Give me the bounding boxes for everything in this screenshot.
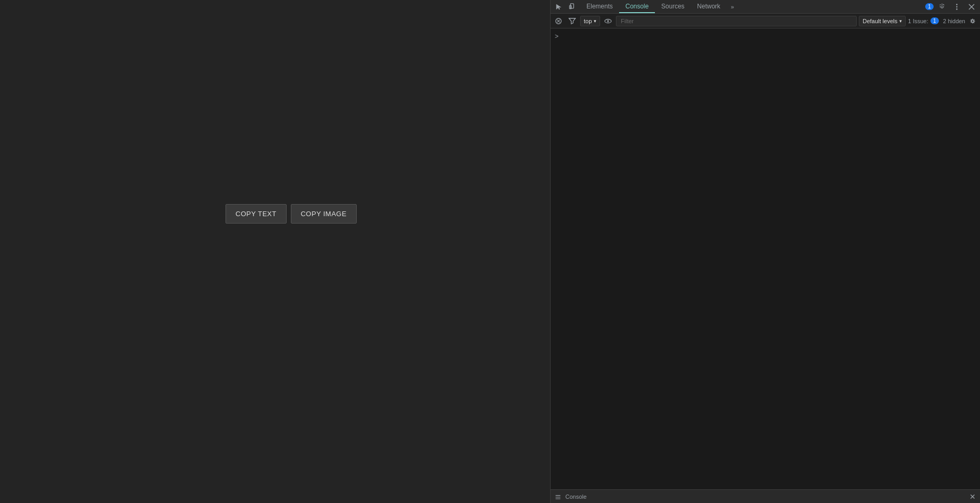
issue-label: 1 Issue: bbox=[908, 18, 928, 24]
tab-elements[interactable]: Elements bbox=[580, 0, 619, 13]
devtools-secondary-toolbar: top ▾ Default levels ▾ 1 Issue: 1 2 hidd… bbox=[551, 14, 980, 28]
more-options-icon[interactable] bbox=[950, 1, 963, 13]
tab-console[interactable]: Console bbox=[619, 0, 655, 13]
devtools-tabs: Elements Console Sources Network » bbox=[580, 0, 924, 13]
devtools-panel: Elements Console Sources Network » 1 bbox=[550, 0, 980, 503]
device-toggle-icon[interactable] bbox=[566, 1, 579, 13]
bottom-console-label: Console bbox=[565, 494, 586, 500]
log-level-label: Default levels bbox=[863, 18, 897, 24]
filter-input[interactable] bbox=[616, 16, 857, 26]
svg-rect-0 bbox=[571, 3, 574, 8]
console-content[interactable]: > bbox=[551, 28, 980, 489]
hidden-badge: 2 hidden bbox=[943, 18, 965, 24]
tab-badge: 1 bbox=[925, 3, 934, 10]
issue-badge[interactable]: 1 Issue: 1 bbox=[908, 17, 939, 24]
close-devtools-icon[interactable] bbox=[965, 1, 978, 13]
inspect-element-icon[interactable] bbox=[553, 1, 565, 13]
page-buttons: COPY TEXT COPY IMAGE bbox=[226, 204, 357, 224]
devtools-bottom-bar: Console ✕ bbox=[551, 489, 980, 503]
tab-network[interactable]: Network bbox=[691, 0, 727, 13]
devtools-toolbar: Elements Console Sources Network » 1 bbox=[551, 0, 980, 14]
svg-point-4 bbox=[956, 8, 958, 10]
settings-icon[interactable] bbox=[936, 1, 948, 13]
main-page: COPY TEXT COPY IMAGE bbox=[0, 0, 550, 503]
context-label: top bbox=[584, 18, 592, 24]
toolbar-right: 1 bbox=[925, 1, 978, 13]
context-arrow-icon: ▾ bbox=[594, 18, 596, 24]
svg-point-2 bbox=[956, 4, 958, 5]
live-expressions-icon[interactable] bbox=[602, 15, 614, 27]
more-tabs-button[interactable]: » bbox=[727, 1, 738, 13]
copy-image-button[interactable]: COPY IMAGE bbox=[291, 204, 357, 224]
copy-text-button[interactable]: COPY TEXT bbox=[226, 204, 287, 224]
svg-point-3 bbox=[956, 6, 958, 7]
close-bottom-bar-icon[interactable]: ✕ bbox=[969, 492, 976, 501]
svg-point-7 bbox=[607, 20, 610, 22]
hidden-count-label: 2 hidden bbox=[943, 18, 965, 24]
clear-console-icon[interactable] bbox=[553, 15, 564, 27]
log-level-selector[interactable]: Default levels ▾ bbox=[859, 16, 906, 26]
tab-sources[interactable]: Sources bbox=[655, 0, 691, 13]
issue-count: 1 bbox=[930, 17, 939, 24]
console-settings-icon[interactable] bbox=[967, 16, 978, 26]
bottom-menu-button[interactable] bbox=[555, 494, 561, 500]
filter-icon[interactable] bbox=[566, 15, 578, 27]
console-prompt: > bbox=[555, 33, 558, 40]
log-level-arrow-icon: ▾ bbox=[899, 18, 902, 24]
context-selector[interactable]: top ▾ bbox=[580, 16, 600, 26]
